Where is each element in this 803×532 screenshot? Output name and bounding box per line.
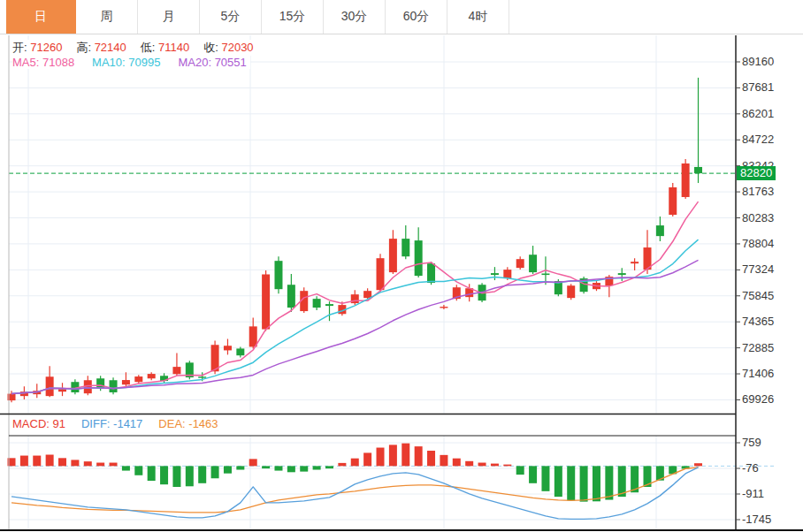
macd-histogram	[8, 444, 703, 502]
axis-tick-label: 74365	[742, 315, 774, 329]
macd-bar	[110, 463, 118, 467]
axis-tick-label: 81763	[742, 185, 774, 199]
readout-field: 开: 71260	[12, 40, 62, 56]
macd-bar	[567, 466, 575, 500]
axis-tick-label: 84722	[742, 133, 774, 147]
macd-bar	[122, 466, 130, 470]
candle-body	[541, 273, 549, 275]
axis-tick-label: -76	[742, 461, 759, 475]
macd-bar	[160, 466, 168, 484]
candle-body	[236, 348, 244, 355]
axis-tick-label: 69926	[742, 392, 774, 407]
axis-tick-label: 89160	[742, 55, 774, 69]
chart-canvas[interactable]	[0, 0, 803, 532]
candle-body	[440, 307, 447, 308]
candle-body	[172, 367, 180, 374]
candle-body	[402, 239, 409, 256]
macd-bar	[262, 466, 270, 468]
field-label: 高:	[76, 41, 91, 54]
axis-tick-label: 75845	[742, 289, 774, 303]
macd-bar	[58, 458, 66, 466]
readout-field: DEA: -1463	[158, 417, 218, 430]
field-label: 低:	[141, 41, 156, 54]
tab-15分[interactable]: 15分	[262, 0, 324, 34]
macd-bar	[402, 444, 409, 467]
field-label: MA5:	[12, 56, 39, 69]
candle-body	[491, 273, 499, 275]
candle-body	[694, 167, 702, 173]
candle-body	[631, 262, 639, 263]
field-label: MA10:	[92, 56, 126, 69]
candle-body	[262, 274, 270, 329]
candle-body	[516, 259, 524, 268]
macd-bar	[249, 459, 257, 466]
candle-body	[415, 240, 423, 276]
macd-bar	[415, 446, 423, 466]
readout-field: 高: 72140	[76, 40, 126, 56]
readout-field: DIFF: -1417	[81, 417, 142, 430]
candle-body	[224, 346, 232, 350]
tab-60分[interactable]: 60分	[386, 0, 447, 34]
macd-bar	[465, 461, 473, 467]
macd-bar	[148, 466, 156, 481]
field-value: 70995	[126, 56, 161, 69]
candle-body	[389, 239, 397, 272]
axis-tick-label: -1745	[742, 513, 771, 527]
macd-bar	[84, 461, 92, 466]
candle-body	[503, 270, 511, 278]
macd-bar	[20, 456, 28, 467]
macd-bar	[211, 466, 219, 478]
macd-bar	[224, 466, 232, 473]
tab-4时[interactable]: 4时	[447, 0, 509, 34]
readout-field: 低: 71140	[141, 40, 189, 56]
macd-bar	[605, 466, 613, 499]
candle-body	[427, 263, 435, 283]
tab-日[interactable]: 日	[6, 0, 76, 34]
macd-bar	[46, 455, 54, 467]
macd-bar	[33, 456, 41, 467]
candle-body	[148, 374, 156, 378]
candle-body	[110, 380, 118, 392]
kline-chart-app: 日周月5分15分30分60分4时 开: 71260高: 72140低: 7114…	[0, 0, 803, 532]
field-value: 72030	[218, 41, 254, 54]
macd-bar	[503, 465, 511, 467]
macd-bar	[172, 466, 180, 487]
candle-body	[567, 285, 575, 298]
field-value: 91	[50, 417, 65, 430]
candle-body	[46, 376, 54, 396]
gridlines	[9, 35, 736, 530]
macd-bar	[529, 466, 537, 483]
candle-body	[656, 225, 664, 236]
candle-body	[363, 291, 371, 298]
macd-bar	[580, 466, 588, 501]
macd-bar	[313, 466, 321, 469]
candle-body	[313, 299, 321, 308]
macd-bar	[478, 463, 486, 467]
candle-body	[325, 304, 333, 306]
field-label: 收:	[203, 41, 218, 54]
tab-周[interactable]: 周	[76, 0, 138, 34]
candle-body	[134, 376, 142, 382]
tab-月[interactable]: 月	[138, 0, 200, 34]
macd-bar	[134, 466, 142, 475]
candle-body	[529, 255, 537, 272]
readout-field: MA5: 71088	[12, 56, 74, 69]
candle-body	[198, 376, 206, 377]
candle-body	[274, 261, 282, 289]
candle-body	[58, 389, 66, 391]
field-value: 71088	[39, 56, 74, 69]
field-label: 开:	[12, 41, 27, 54]
axis-tick-label: 72885	[742, 341, 774, 355]
macd-bar	[554, 466, 562, 497]
field-value: 71260	[27, 41, 63, 54]
axis-tick-label: 77324	[742, 262, 774, 277]
tab-30分[interactable]: 30分	[324, 0, 386, 34]
macd-bar	[300, 466, 308, 471]
macd-bar	[377, 448, 385, 467]
axes	[0, 35, 803, 530]
macd-bar	[516, 466, 524, 475]
macd-bar	[491, 464, 499, 467]
macd-bar	[325, 466, 333, 468]
tab-5分[interactable]: 5分	[200, 0, 262, 34]
axis-tick-label: 80283	[742, 211, 774, 225]
